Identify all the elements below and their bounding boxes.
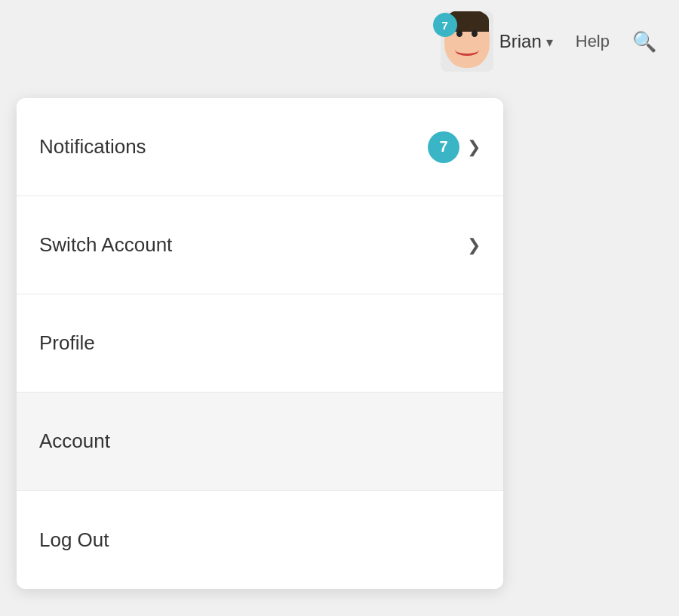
avatar-eye-right [472, 30, 478, 37]
menu-item-notifications-right: 7 ❯ [428, 131, 481, 163]
menu-item-profile[interactable]: Profile [17, 294, 503, 393]
help-link[interactable]: Help [576, 32, 610, 51]
menu-item-notifications-label: Notifications [39, 135, 146, 159]
menu-item-logout-label: Log Out [39, 528, 109, 552]
avatar-wrapper[interactable]: 7 [432, 11, 492, 72]
user-dropdown-menu: Notifications 7 ❯ Switch Account ❯ Profi… [17, 98, 503, 589]
menu-item-profile-label: Profile [39, 331, 95, 355]
menu-item-notifications[interactable]: Notifications 7 ❯ [17, 98, 503, 196]
avatar-eyes [456, 30, 478, 37]
header-notification-badge: 7 [433, 13, 457, 37]
avatar-mouth [455, 44, 479, 56]
menu-item-switch-account-label: Switch Account [39, 233, 172, 257]
menu-item-switch-account[interactable]: Switch Account ❯ [17, 196, 503, 294]
menu-item-account-label: Account [39, 430, 110, 453]
chevron-down-icon: ▾ [546, 34, 553, 51]
chevron-right-icon: ❯ [467, 137, 481, 157]
user-name: Brian [499, 31, 542, 52]
search-icon[interactable]: 🔍 [632, 30, 656, 54]
user-menu-trigger[interactable]: Brian ▾ [499, 31, 553, 52]
chevron-right-icon: ❯ [467, 236, 481, 255]
menu-item-switch-account-right: ❯ [467, 236, 481, 255]
menu-item-logout[interactable]: Log Out [17, 491, 503, 589]
header: 7 Brian ▾ Help 🔍 [0, 0, 679, 83]
avatar-eye-left [456, 30, 462, 37]
menu-item-account[interactable]: Account [17, 393, 503, 491]
notifications-badge: 7 [428, 131, 459, 163]
